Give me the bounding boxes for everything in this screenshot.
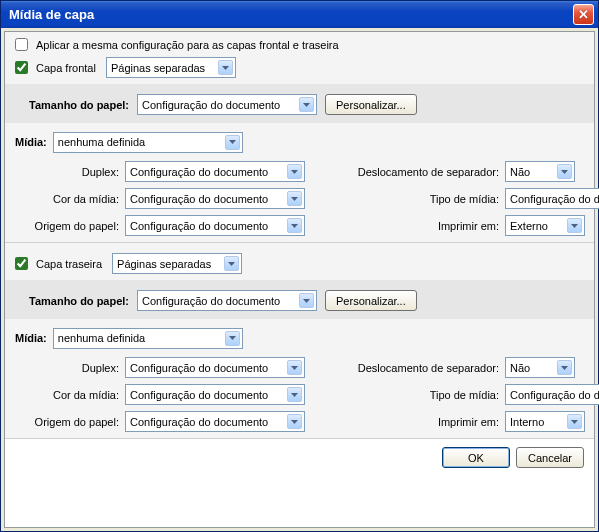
chevron-down-icon — [557, 360, 572, 375]
back-customize-button[interactable]: Personalizar... — [325, 290, 417, 311]
back-paper-size-select[interactable]: Configuração do documento — [137, 290, 317, 311]
same-config-checkbox[interactable] — [15, 38, 28, 51]
back-media-type-select[interactable]: Configuração do documento — [505, 384, 599, 405]
front-media-color-label: Cor da mídia: — [15, 193, 125, 205]
back-paper-section: Tamanho do papel: Configuração do docume… — [5, 280, 594, 319]
front-cover-label: Capa frontal — [36, 62, 96, 74]
front-customize-button[interactable]: Personalizar... — [325, 94, 417, 115]
back-media-type-label: Tipo de mídia: — [355, 389, 505, 401]
front-print-on-label: Imprimir em: — [355, 220, 505, 232]
chevron-down-icon — [224, 256, 239, 271]
front-paper-size-value: Configuração do documento — [142, 99, 280, 111]
back-paper-src-select[interactable]: Configuração do documento — [125, 411, 305, 432]
close-icon: ✕ — [578, 7, 589, 22]
dialog-body: Aplicar a mesma configuração para as cap… — [4, 31, 595, 528]
back-print-on-select[interactable]: Interno — [505, 411, 585, 432]
front-duplex-label: Duplex: — [15, 166, 125, 178]
front-media-type-select[interactable]: Configuração do documento — [505, 188, 599, 209]
back-paper-size-label: Tamanho do papel: — [29, 295, 129, 307]
front-media-section: Mídia: nenhuma definida Duplex: Configur… — [5, 123, 594, 242]
front-paper-src-select[interactable]: Configuração do documento — [125, 215, 305, 236]
back-cover-mode-select[interactable]: Páginas separadas — [112, 253, 242, 274]
chevron-down-icon — [567, 414, 582, 429]
front-media-label: Mídia: — [15, 136, 47, 148]
cover-media-dialog: Mídia de capa ✕ Aplicar a mesma configur… — [0, 0, 599, 532]
chevron-down-icon — [225, 135, 240, 150]
front-paper-size-label: Tamanho do papel: — [29, 99, 129, 111]
front-sep-offset-select[interactable]: Não — [505, 161, 575, 182]
chevron-down-icon — [225, 331, 240, 346]
cancel-button[interactable]: Cancelar — [516, 447, 584, 468]
front-paper-section: Tamanho do papel: Configuração do docume… — [5, 84, 594, 123]
chevron-down-icon — [287, 360, 302, 375]
ok-button[interactable]: OK — [442, 447, 510, 468]
dialog-footer: OK Cancelar — [5, 439, 594, 476]
chevron-down-icon — [287, 191, 302, 206]
back-duplex-select[interactable]: Configuração do documento — [125, 357, 305, 378]
chevron-down-icon — [287, 218, 302, 233]
front-sep-offset-label: Deslocamento de separador: — [355, 166, 505, 178]
chevron-down-icon — [557, 164, 572, 179]
back-media-label: Mídia: — [15, 332, 47, 344]
titlebar: Mídia de capa ✕ — [1, 1, 598, 28]
back-cover-header: Capa traseira Páginas separadas — [5, 243, 594, 280]
back-media-color-label: Cor da mídia: — [15, 389, 125, 401]
front-cover-mode-select[interactable]: Páginas separadas — [106, 57, 236, 78]
back-media-select[interactable]: nenhuma definida — [53, 328, 243, 349]
back-sep-offset-select[interactable]: Não — [505, 357, 575, 378]
back-print-on-label: Imprimir em: — [355, 416, 505, 428]
chevron-down-icon — [299, 293, 314, 308]
chevron-down-icon — [287, 387, 302, 402]
close-button[interactable]: ✕ — [573, 4, 594, 25]
back-sep-offset-label: Deslocamento de separador: — [355, 362, 505, 374]
back-paper-src-label: Origem do papel: — [15, 416, 125, 428]
back-media-section: Mídia: nenhuma definida Duplex: Configur… — [5, 319, 594, 438]
front-cover-checkbox[interactable] — [15, 61, 28, 74]
chevron-down-icon — [287, 414, 302, 429]
front-media-color-select[interactable]: Configuração do documento — [125, 188, 305, 209]
back-duplex-label: Duplex: — [15, 362, 125, 374]
chevron-down-icon — [299, 97, 314, 112]
window-title: Mídia de capa — [9, 7, 94, 22]
front-print-on-select[interactable]: Externo — [505, 215, 585, 236]
front-media-select[interactable]: nenhuma definida — [53, 132, 243, 153]
same-config-label: Aplicar a mesma configuração para as cap… — [36, 39, 339, 51]
back-media-color-select[interactable]: Configuração do documento — [125, 384, 305, 405]
front-media-type-label: Tipo de mídia: — [355, 193, 505, 205]
chevron-down-icon — [218, 60, 233, 75]
front-duplex-select[interactable]: Configuração do documento — [125, 161, 305, 182]
top-section: Aplicar a mesma configuração para as cap… — [5, 32, 594, 84]
chevron-down-icon — [287, 164, 302, 179]
back-cover-label: Capa traseira — [36, 258, 102, 270]
back-cover-checkbox[interactable] — [15, 257, 28, 270]
front-cover-mode-value: Páginas separadas — [111, 62, 205, 74]
front-paper-size-select[interactable]: Configuração do documento — [137, 94, 317, 115]
chevron-down-icon — [567, 218, 582, 233]
front-paper-src-label: Origem do papel: — [15, 220, 125, 232]
front-media-value: nenhuma definida — [58, 136, 145, 148]
